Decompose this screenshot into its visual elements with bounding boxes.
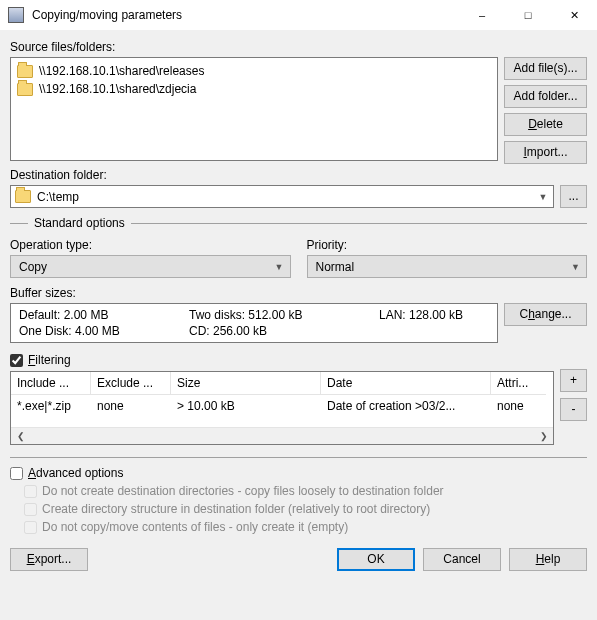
advanced-options-label: Advanced options — [28, 466, 123, 480]
section-title: Standard options — [34, 216, 125, 230]
list-item[interactable]: \\192.168.10.1\shared\releases — [15, 62, 493, 80]
col-exclude[interactable]: Exclude ... — [91, 372, 171, 395]
list-item[interactable]: \\192.168.10.1\shared\zdjecia — [15, 80, 493, 98]
folder-icon — [17, 65, 33, 78]
priority-dropdown[interactable]: Normal ▼ — [307, 255, 588, 278]
add-folder-button[interactable]: Add folder... — [504, 85, 587, 108]
delete-button[interactable]: Delete — [504, 113, 587, 136]
advanced-options-checkbox[interactable] — [10, 467, 23, 480]
add-files-button[interactable]: Add file(s)... — [504, 57, 587, 80]
cell-attr[interactable]: none — [491, 395, 546, 417]
list-item-label: \\192.168.10.1\shared\releases — [39, 64, 204, 78]
buffer-one-disk: One Disk: 4.00 MB — [19, 323, 189, 339]
adv-opt-3-checkbox — [24, 521, 37, 534]
buffer-cd: CD: 256.00 kB — [189, 323, 379, 339]
filter-table[interactable]: Include ... Exclude ... Size Date Attri.… — [10, 371, 554, 445]
destination-combo[interactable]: C:\temp ▼ — [10, 185, 554, 208]
title-bar: Copying/moving parameters – □ ✕ — [0, 0, 597, 30]
chevron-down-icon: ▼ — [571, 262, 580, 272]
maximize-button[interactable]: □ — [505, 0, 551, 30]
adv-opt-1-checkbox — [24, 485, 37, 498]
buffer-lan: LAN: 128.00 kB — [379, 307, 489, 323]
adv-opt-3: Do not copy/move contents of files - onl… — [24, 520, 587, 534]
operation-type-label: Operation type: — [10, 238, 291, 252]
col-size[interactable]: Size — [171, 372, 321, 395]
import-button[interactable]: Import... — [504, 141, 587, 164]
filter-hscrollbar[interactable]: ❮ ❯ — [11, 427, 553, 444]
priority-label: Priority: — [307, 238, 588, 252]
filtering-label: Filtering — [28, 353, 71, 367]
scroll-right-icon[interactable]: ❯ — [536, 429, 551, 444]
app-icon — [8, 7, 24, 23]
operation-type-dropdown[interactable]: Copy ▼ — [10, 255, 291, 278]
cancel-button[interactable]: Cancel — [423, 548, 501, 571]
cell-size[interactable]: > 10.00 kB — [171, 395, 321, 417]
cell-include[interactable]: *.exe|*.zip — [11, 395, 91, 417]
adv-opt-2-checkbox — [24, 503, 37, 516]
destination-value: C:\temp — [37, 190, 535, 204]
filtering-checkbox-row[interactable]: Filtering — [10, 353, 587, 367]
source-label: Source files/folders: — [10, 40, 587, 54]
buffer-sizes-label: Buffer sizes: — [10, 286, 587, 300]
ok-button[interactable]: OK — [337, 548, 415, 571]
buffer-two-disks: Two disks: 512.00 kB — [189, 307, 379, 323]
source-listbox[interactable]: \\192.168.10.1\shared\releases \\192.168… — [10, 57, 498, 161]
cell-exclude[interactable]: none — [91, 395, 171, 417]
minimize-button[interactable]: – — [459, 0, 505, 30]
destination-label: Destination folder: — [10, 168, 587, 182]
window-title: Copying/moving parameters — [32, 8, 459, 22]
export-button[interactable]: Export... — [10, 548, 88, 571]
close-button[interactable]: ✕ — [551, 0, 597, 30]
standard-options-separator: Standard options — [10, 216, 587, 230]
operation-type-value: Copy — [19, 260, 47, 274]
change-buffer-button[interactable]: Change... — [504, 303, 587, 326]
filter-remove-button[interactable]: - — [560, 398, 587, 421]
advanced-options-checkbox-row[interactable]: Advanced options — [10, 466, 587, 480]
col-include[interactable]: Include ... — [11, 372, 91, 395]
filtering-checkbox[interactable] — [10, 354, 23, 367]
priority-value: Normal — [316, 260, 355, 274]
browse-button[interactable]: ... — [560, 185, 587, 208]
help-button[interactable]: Help — [509, 548, 587, 571]
buffer-sizes-box: Default: 2.00 MB Two disks: 512.00 kB LA… — [10, 303, 498, 343]
col-attr[interactable]: Attri... — [491, 372, 546, 395]
chevron-down-icon: ▼ — [535, 192, 551, 202]
col-date[interactable]: Date — [321, 372, 491, 395]
folder-icon — [17, 83, 33, 96]
folder-icon — [15, 190, 31, 203]
scroll-left-icon[interactable]: ❮ — [13, 429, 28, 444]
buffer-default: Default: 2.00 MB — [19, 307, 189, 323]
chevron-down-icon: ▼ — [275, 262, 284, 272]
adv-opt-1: Do not create destination directories - … — [24, 484, 587, 498]
filter-add-button[interactable]: + — [560, 369, 587, 392]
list-item-label: \\192.168.10.1\shared\zdjecia — [39, 82, 196, 96]
adv-opt-2: Create directory structure in destinatio… — [24, 502, 587, 516]
cell-date[interactable]: Date of creation >03/2... — [321, 395, 491, 417]
